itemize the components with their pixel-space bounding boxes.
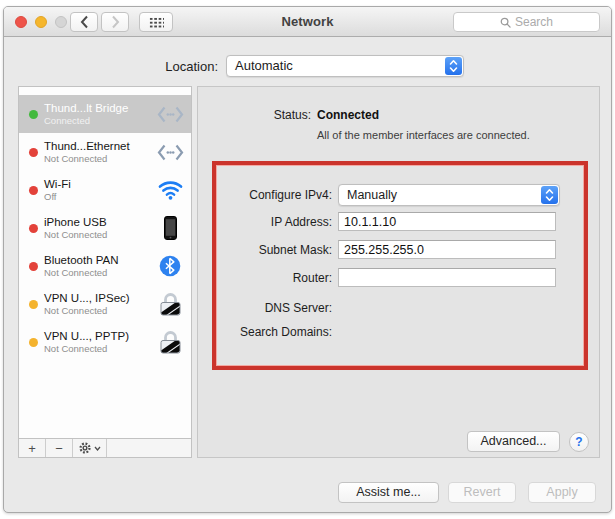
sidebar-item-iphone-usb[interactable]: iPhone USBNot Connected — [19, 209, 191, 247]
vpn-lock-icon — [155, 330, 185, 355]
search-placeholder: Search — [515, 15, 553, 29]
wifi-icon — [155, 180, 185, 200]
assist-me-button[interactable]: Assist me... — [338, 482, 439, 503]
add-interface-button[interactable]: + — [19, 439, 46, 457]
window-title: Network — [184, 7, 431, 37]
interface-name: Thund...lt Bridge — [44, 102, 128, 114]
subnet-mask-field[interactable] — [338, 240, 556, 259]
interface-name: Bluetooth PAN — [44, 254, 119, 266]
grid-icon — [149, 17, 164, 28]
sidebar-item-vpn-ipsec[interactable]: VPN U..., IPSec)Not Connected — [19, 285, 191, 323]
stepper-arrows-icon — [445, 57, 462, 75]
interface-status: Not Connected — [44, 153, 130, 164]
configure-ipv4-label: Configure IPv4: — [198, 185, 332, 205]
location-label: Location: — [4, 56, 218, 77]
traffic-lights — [15, 16, 67, 28]
zoom-button[interactable] — [55, 16, 67, 28]
revert-button[interactable]: Revert — [448, 482, 516, 503]
help-button[interactable]: ? — [569, 432, 589, 452]
sidebar-item-vpn-pptp[interactable]: VPN U..., PPTP)Not Connected — [19, 323, 191, 361]
status-dot — [29, 186, 38, 195]
status-dot — [29, 224, 38, 233]
chevron-left-icon — [80, 15, 89, 29]
configure-ipv4-select[interactable]: Manually — [338, 184, 560, 206]
status-label: Status: — [198, 108, 311, 122]
bluetooth-icon — [155, 255, 185, 277]
sidebar-item-bluetooth-pan[interactable]: Bluetooth PANNot Connected — [19, 247, 191, 285]
remove-interface-button[interactable]: − — [46, 439, 73, 457]
status-detail: All of the member interfaces are connect… — [317, 129, 530, 141]
close-button[interactable] — [15, 16, 27, 28]
status-dot — [29, 262, 38, 271]
interface-status: Not Connected — [44, 267, 119, 278]
interface-status: Not Connected — [44, 343, 129, 354]
status-dot — [29, 300, 38, 309]
interface-list-footer: + − — [19, 438, 191, 457]
interface-status: Not Connected — [44, 229, 107, 240]
subnet-mask-label: Subnet Mask: — [198, 240, 332, 260]
title-bar: Network Search — [4, 7, 611, 37]
advanced-button[interactable]: Advanced... — [467, 431, 560, 452]
interface-rows: Thund...lt BridgeConnected Thund...Ether… — [19, 87, 191, 438]
network-preferences-window: Network Search Location: Automatic Thund… — [3, 6, 612, 513]
apply-button[interactable]: Apply — [528, 482, 596, 503]
chevron-right-icon — [111, 15, 120, 29]
interface-name: iPhone USB — [44, 216, 107, 228]
status-dot — [29, 338, 38, 347]
ip-address-field[interactable] — [338, 212, 556, 231]
status-dot — [29, 110, 38, 119]
router-field[interactable] — [338, 268, 556, 287]
action-menu-button[interactable] — [73, 439, 107, 457]
dns-server-label: DNS Server: — [198, 298, 332, 318]
thunderbolt-bridge-icon — [155, 106, 185, 123]
interface-name: VPN U..., PPTP) — [44, 330, 129, 342]
sidebar-item-thunderbolt-bridge[interactable]: Thund...lt BridgeConnected — [19, 95, 191, 133]
router-label: Router: — [198, 268, 332, 288]
show-all-button[interactable] — [139, 12, 173, 32]
stepper-arrows-icon — [541, 186, 558, 204]
interface-name: VPN U..., IPSec) — [44, 292, 130, 304]
gear-icon — [78, 441, 92, 455]
iphone-icon — [155, 216, 185, 240]
interface-status: Connected — [44, 115, 128, 126]
forward-button[interactable] — [101, 12, 129, 32]
search-input[interactable]: Search — [453, 12, 600, 32]
status-dot — [29, 148, 38, 157]
sidebar-item-thunderbolt-ethernet[interactable]: Thund...EthernetNot Connected — [19, 133, 191, 171]
sidebar-item-wifi[interactable]: Wi-FiOff — [19, 171, 191, 209]
location-select[interactable]: Automatic — [226, 55, 464, 77]
interface-status: Not Connected — [44, 305, 130, 316]
location-value: Automatic — [235, 58, 293, 73]
back-button[interactable] — [70, 12, 98, 32]
interface-list: Thund...lt BridgeConnected Thund...Ether… — [18, 86, 192, 458]
thunderbolt-ethernet-icon — [155, 144, 185, 161]
interface-name: Thund...Ethernet — [44, 140, 130, 152]
footer-spacer — [107, 439, 191, 457]
interface-status: Off — [44, 191, 71, 202]
minimize-button[interactable] — [35, 16, 47, 28]
status-value: Connected — [317, 108, 379, 122]
chevron-down-icon — [94, 446, 101, 451]
search-domains-label: Search Domains: — [198, 322, 332, 342]
configure-ipv4-value: Manually — [347, 188, 397, 202]
ip-address-label: IP Address: — [198, 212, 332, 232]
vpn-lock-icon — [155, 292, 185, 317]
interface-name: Wi-Fi — [44, 178, 71, 190]
search-icon — [500, 17, 511, 28]
interface-detail-panel: Status: Connected All of the member inte… — [197, 86, 600, 458]
screenshot: Network Search Location: Automatic Thund… — [0, 0, 615, 519]
